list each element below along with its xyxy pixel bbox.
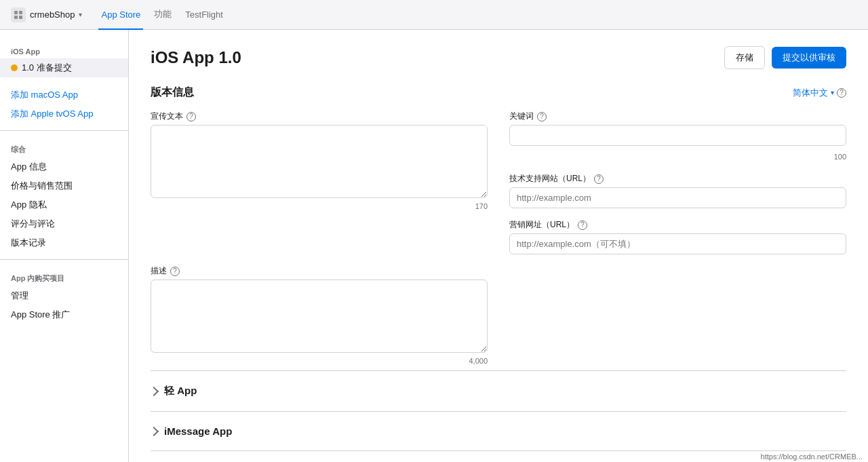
collapsible-apple-watch: Apple Watch — [151, 450, 846, 462]
imessage-app-chevron-icon — [149, 426, 159, 436]
svg-rect-3 — [19, 16, 22, 19]
status-bar: https://blog.csdn.net/CRMEB... — [755, 451, 868, 462]
description-char-count: 4,000 — [151, 357, 488, 365]
sidebar-item-iap-manage[interactable]: 管理 — [0, 286, 128, 305]
support-url-help-icon[interactable]: ? — [594, 174, 604, 184]
version-info-header: 版本信息 简体中文 ▾ ? — [151, 85, 846, 100]
description-input[interactable] — [151, 280, 488, 353]
sidebar-item-appstore-promo[interactable]: App Store 推广 — [0, 305, 128, 324]
tab-features[interactable]: 功能 — [151, 0, 174, 30]
sidebar-item-privacy[interactable]: App 隐私 — [0, 195, 128, 214]
description-label: 描述 ? — [151, 265, 488, 277]
sidebar-divider-1 — [0, 130, 128, 131]
promo-char-count: 170 — [151, 202, 488, 210]
page-header: iOS App 1.0 存储 提交以供审核 — [151, 46, 846, 69]
marketing-url-label: 营销网址（URL） ? — [509, 219, 846, 231]
keywords-group: 关键词 ? 100 技术支持网站（URL） ? — [509, 111, 846, 254]
language-selector[interactable]: 简体中文 ▾ ? — [793, 87, 846, 99]
sidebar-item-ratings[interactable]: 评分与评论 — [0, 214, 128, 233]
status-url: https://blog.csdn.net/CRMEB... — [761, 453, 863, 461]
tab-testflight[interactable]: TestFlight — [182, 0, 226, 30]
collapsible-light-app: 轻 App — [151, 370, 846, 411]
layout: iOS App 1.0 准备提交 添加 macOS App 添加 Apple t… — [0, 30, 868, 462]
keywords-help-icon[interactable]: ? — [537, 112, 547, 121]
version-help-icon[interactable]: ? — [837, 88, 846, 98]
keywords-input[interactable] — [509, 125, 846, 146]
general-section-title: 综合 — [0, 138, 128, 157]
sidebar-item-app-info[interactable]: App 信息 — [0, 157, 128, 176]
header-actions: 存储 提交以供审核 — [724, 46, 846, 69]
light-app-header[interactable]: 轻 App — [151, 382, 846, 400]
sidebar-item-pricing[interactable]: 价格与销售范围 — [0, 176, 128, 195]
keywords-label: 关键词 ? — [509, 111, 846, 122]
tab-app-store[interactable]: App Store — [98, 0, 143, 30]
nav-tabs: App Store 功能 TestFlight — [98, 0, 225, 29]
svg-rect-1 — [19, 11, 22, 14]
support-url-label: 技术支持网站（URL） ? — [509, 173, 846, 185]
submit-review-button[interactable]: 提交以供审核 — [772, 47, 846, 69]
language-label: 简体中文 — [793, 87, 828, 99]
promo-text-group: 宣传文本 ? 170 — [151, 111, 488, 254]
version-form: 宣传文本 ? 170 关键词 ? 100 — [151, 111, 846, 365]
right-col-spacer — [509, 265, 846, 365]
brand-icon — [11, 7, 26, 22]
light-app-chevron-icon — [149, 386, 159, 396]
support-url-input[interactable] — [509, 187, 846, 208]
collapsible-imessage-app: iMessage App — [151, 411, 846, 450]
language-chevron-icon: ▾ — [831, 89, 834, 96]
brand-chevron-icon: ▾ — [79, 11, 82, 18]
brand-label: crmebShop — [30, 9, 75, 20]
light-app-label: 轻 App — [164, 385, 197, 398]
promo-help-icon[interactable]: ? — [186, 112, 196, 121]
sidebar-item-version-history[interactable]: 版本记录 — [0, 233, 128, 252]
page-title: iOS App 1.0 — [151, 48, 241, 67]
imessage-app-label: iMessage App — [164, 425, 232, 437]
marketing-url-help-icon[interactable]: ? — [578, 220, 587, 230]
iap-section-title: App 内购买项目 — [0, 267, 128, 286]
add-tvos-link[interactable]: 添加 Apple tvOS App — [0, 104, 128, 123]
nav-brand[interactable]: crmebShop ▾ — [11, 7, 82, 22]
version-info-title: 版本信息 — [151, 85, 194, 100]
main-content: iOS App 1.0 存储 提交以供审核 版本信息 简体中文 ▾ ? — [129, 30, 868, 462]
svg-rect-2 — [14, 16, 18, 19]
top-nav: crmebShop ▾ App Store 功能 TestFlight — [0, 0, 868, 30]
version-info-section: 版本信息 简体中文 ▾ ? 宣传文本 ? 170 — [151, 85, 846, 365]
svg-rect-0 — [14, 11, 18, 14]
ios-app-section-title: iOS App — [0, 41, 128, 58]
imessage-app-header[interactable]: iMessage App — [151, 423, 846, 440]
sidebar-version-item[interactable]: 1.0 准备提交 — [0, 58, 128, 77]
save-button[interactable]: 存储 — [724, 46, 765, 69]
promo-text-input[interactable] — [151, 125, 488, 198]
sidebar: iOS App 1.0 准备提交 添加 macOS App 添加 Apple t… — [0, 30, 129, 462]
sidebar-divider-2 — [0, 259, 128, 260]
keywords-char-count: 100 — [509, 153, 846, 161]
add-macos-link[interactable]: 添加 macOS App — [0, 85, 128, 104]
sidebar-version-label: 1.0 准备提交 — [22, 62, 72, 74]
description-group: 描述 ? 4,000 — [151, 265, 488, 365]
description-help-icon[interactable]: ? — [170, 267, 180, 276]
marketing-url-input[interactable] — [509, 233, 846, 254]
version-status-dot — [11, 64, 18, 71]
promo-text-label: 宣传文本 ? — [151, 111, 488, 122]
